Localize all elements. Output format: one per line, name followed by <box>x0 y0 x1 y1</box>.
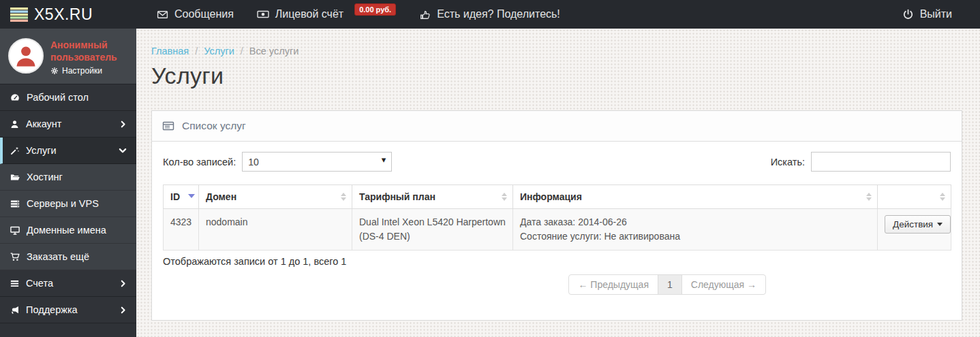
table-icon <box>162 121 174 131</box>
actions-dropdown-button[interactable]: Действия <box>885 215 951 234</box>
services-table: ID Домен Тарифный план <box>163 184 951 251</box>
server-icon <box>10 199 20 209</box>
services-submenu-wrap: Хостинг Серверы и VPS <box>0 164 136 270</box>
logo-text: X5X.RU <box>34 5 93 24</box>
page-length-select[interactable]: 10 <box>242 152 392 172</box>
navbar-item-account-balance[interactable]: Лицевой счёт 0.00 руб. <box>245 0 408 29</box>
sidebar-item-domains[interactable]: Доменные имена <box>0 217 136 244</box>
column-header-plan[interactable]: Тарифный план <box>352 185 513 209</box>
power-icon <box>902 9 914 20</box>
chevron-right-icon <box>119 306 127 314</box>
sort-icon <box>866 193 872 201</box>
pagination: ← Предыдущая 1 Следующая → <box>568 274 766 295</box>
bullhorn-icon <box>10 305 20 315</box>
chevron-down-icon <box>119 146 127 155</box>
user-name: Анонимный пользователь <box>50 39 132 63</box>
cell-plan: Dual Intel Xeon L5420 Harpertown (DS-4 D… <box>352 209 513 251</box>
sidebar-item-order-more[interactable]: Заказать ещё <box>0 244 136 270</box>
breadcrumb-separator: / <box>195 46 198 57</box>
sidebar-item-label: Рабочий стол <box>27 92 89 103</box>
navbar-item-idea[interactable]: Есть идея? Поделитесь! <box>408 0 572 29</box>
chevron-right-icon <box>119 280 127 287</box>
avatar <box>8 38 44 74</box>
folder-open-icon <box>10 172 20 182</box>
navbar-menu: Сообщения Лицевой счёт 0.00 руб. Есть ид… <box>145 0 572 29</box>
top-navbar: X5X.RU Сообщения Лицевой счёт 0.00 руб. <box>0 0 980 29</box>
page-title: Услуги <box>151 63 962 89</box>
navbar-item-label: Есть идея? Поделитесь! <box>437 8 560 20</box>
column-header-info[interactable]: Информация <box>513 185 878 209</box>
thumbs-up-icon <box>419 9 431 20</box>
pagination-row: ← Предыдущая 1 Следующая → <box>163 274 951 295</box>
sidebar-item-label: Поддержка <box>26 304 78 315</box>
table-header-row: ID Домен Тарифный план <box>164 185 951 209</box>
cell-actions: Действия <box>878 209 951 251</box>
breadcrumb-separator: / <box>241 46 243 57</box>
sidebar-item-label: Доменные имена <box>27 225 106 236</box>
table-row: 4323 nodomain Dual Intel Xeon L5420 Harp… <box>164 209 951 251</box>
pagination-next-button[interactable]: Следующая → <box>682 274 766 295</box>
caret-down-icon <box>937 223 943 226</box>
panel-body: Кол-во записей: 10 Искать: <box>152 142 962 320</box>
sort-desc-icon <box>188 194 195 198</box>
breadcrumb-home[interactable]: Главная <box>151 46 189 57</box>
panel-heading: Список услуг <box>152 111 962 142</box>
logo[interactable]: X5X.RU <box>0 5 136 24</box>
user-panel: Анонимный пользователь Настройки <box>0 29 136 84</box>
logo-stripes-icon <box>9 6 29 23</box>
sidebar-item-invoices[interactable]: Счета <box>0 270 136 297</box>
search-label: Искать: <box>771 157 805 167</box>
sidebar: Анонимный пользователь Настройки <box>0 29 136 337</box>
services-submenu: Хостинг Серверы и VPS <box>0 164 136 270</box>
gear-icon <box>50 67 59 75</box>
pagination-page-1-button[interactable]: 1 <box>658 274 682 295</box>
sidebar-item-label: Услуги <box>26 145 57 156</box>
sidebar-item-label: Серверы и VPS <box>27 198 99 209</box>
chevron-right-icon <box>119 121 127 128</box>
logout-button[interactable]: Выйти <box>891 0 964 29</box>
desktop-icon <box>10 225 20 236</box>
navbar-item-messages[interactable]: Сообщения <box>145 0 245 29</box>
main-content: Главная / Услуги / Все услуги Услуги Спи… <box>136 29 980 337</box>
cell-info: Дата заказа: 2014-06-26 Состояние услуги… <box>513 209 878 251</box>
table-controls: Кол-во записей: 10 Искать: <box>163 152 951 172</box>
sidebar-item-servers-vps[interactable]: Серверы и VPS <box>0 191 136 217</box>
envelope-icon <box>157 9 168 20</box>
cell-id: 4323 <box>164 209 199 251</box>
magic-wand-icon <box>10 146 20 156</box>
breadcrumb: Главная / Услуги / Все услуги <box>151 46 962 57</box>
sidebar-item-dashboard[interactable]: Рабочий стол <box>0 84 136 111</box>
settings-label: Настройки <box>62 66 102 76</box>
search-input[interactable] <box>811 152 951 172</box>
logout-label: Выйти <box>920 8 952 20</box>
sort-icon <box>341 193 346 201</box>
column-header-id[interactable]: ID <box>164 185 199 209</box>
sidebar-item-hosting[interactable]: Хостинг <box>0 164 136 191</box>
sidebar-menu: Рабочий стол Аккаунт <box>0 84 136 323</box>
column-header-actions[interactable] <box>878 185 951 209</box>
sidebar-item-label: Счета <box>26 278 53 289</box>
order-date: Дата заказа: 2014-06-26 <box>520 215 870 229</box>
column-header-domain[interactable]: Домен <box>199 185 352 209</box>
sidebar-item-label: Заказать ещё <box>27 251 89 262</box>
services-panel: Список услуг Кол-во записей: 10 Искать: <box>151 110 962 321</box>
navbar-item-label: Лицевой счёт <box>275 8 343 20</box>
sort-icon <box>502 193 507 201</box>
sidebar-item-services[interactable]: Услуги <box>0 138 136 164</box>
sidebar-item-label: Хостинг <box>27 172 63 182</box>
dashboard-icon <box>10 92 20 103</box>
panel-title: Список услуг <box>182 120 246 132</box>
sidebar-item-support[interactable]: Поддержка <box>0 297 136 323</box>
settings-link[interactable]: Настройки <box>50 66 132 76</box>
navbar-item-label: Сообщения <box>174 8 234 20</box>
cell-domain: nodomain <box>199 209 352 251</box>
breadcrumb-services[interactable]: Услуги <box>204 46 234 57</box>
pagination-previous-button[interactable]: ← Предыдущая <box>568 274 658 295</box>
page-length-label: Кол-во записей: <box>163 157 236 167</box>
user-icon <box>10 119 20 129</box>
sort-icon <box>940 193 945 201</box>
table-info: Отображаются записи от 1 до 1, всего 1 <box>163 256 951 267</box>
sidebar-item-account[interactable]: Аккаунт <box>0 111 136 138</box>
service-status: Состояние услуги: Не активирована <box>520 229 870 244</box>
list-icon <box>10 278 20 289</box>
